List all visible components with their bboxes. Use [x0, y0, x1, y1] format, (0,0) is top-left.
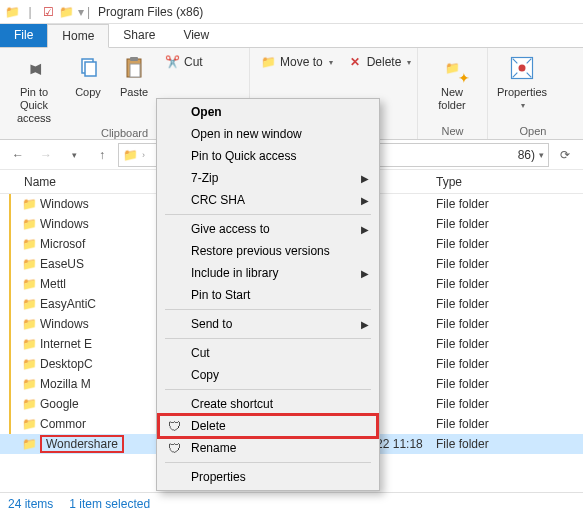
folder-icon: 📁 — [20, 437, 38, 451]
ctx-create-shortcut[interactable]: Create shortcut — [159, 393, 377, 415]
checkbox-icon[interactable]: ☑ — [40, 4, 56, 20]
ctx-7zip[interactable]: 7-Zip▶ — [159, 167, 377, 189]
svg-rect-3 — [130, 57, 138, 61]
separator — [165, 214, 371, 215]
separator — [165, 338, 371, 339]
forward-button[interactable]: → — [34, 143, 58, 167]
ctx-crc-sha[interactable]: CRC SHA▶ — [159, 189, 377, 211]
chevron-right-icon: ▶ — [361, 268, 369, 279]
folder-icon: 📁 — [20, 277, 38, 291]
copy-button[interactable]: Copy — [68, 52, 108, 99]
file-type: File folder — [436, 417, 583, 431]
ctx-open-new-window[interactable]: Open in new window — [159, 123, 377, 145]
folder-icon: 📁 — [4, 4, 20, 20]
svg-point-6 — [519, 65, 526, 72]
folder-icon: 📁 — [20, 257, 38, 271]
properties-button[interactable]: Properties ▾ — [494, 52, 550, 110]
ctx-pin-start[interactable]: Pin to Start — [159, 284, 377, 306]
ctx-delete[interactable]: 🛡Delete — [159, 415, 377, 437]
folder-icon: 📁 — [20, 197, 38, 211]
folder-icon: 📁 — [20, 297, 38, 311]
pin-to-quick-access-button[interactable]: Pin to Quick access — [6, 52, 62, 125]
file-type: File folder — [436, 197, 583, 211]
back-button[interactable]: ← — [6, 143, 30, 167]
caret-icon: ▾ — [329, 58, 333, 67]
folder-icon: 📁 — [20, 357, 38, 371]
separator — [165, 309, 371, 310]
tab-share[interactable]: Share — [109, 24, 169, 47]
folder-icon: 📁 — [20, 417, 38, 431]
folder-icon: 📁 — [20, 397, 38, 411]
ctx-copy[interactable]: Copy — [159, 364, 377, 386]
folder-icon: 📁 — [20, 377, 38, 391]
new-folder-icon: 📁✦ — [436, 52, 468, 84]
chevron-down-icon[interactable]: ▾ — [539, 150, 544, 160]
chevron-right-icon: ▶ — [361, 319, 369, 330]
window-title: Program Files (x86) — [98, 5, 203, 19]
qat-separator: ▾ | — [76, 4, 92, 20]
selected-count: 1 item selected — [69, 497, 150, 511]
cut-icon: ✂️ — [164, 54, 180, 70]
file-type: File folder — [436, 217, 583, 231]
ctx-cut[interactable]: Cut — [159, 342, 377, 364]
tab-view[interactable]: View — [169, 24, 223, 47]
qat-divider: | — [22, 4, 38, 20]
file-type: File folder — [436, 317, 583, 331]
ctx-pin-quick-access[interactable]: Pin to Quick access — [159, 145, 377, 167]
folder-icon-2: 📁 — [58, 4, 74, 20]
chevron-right-icon: ▶ — [361, 195, 369, 206]
group-label: New — [424, 123, 481, 139]
ribbon-tabs: File Home Share View — [0, 24, 583, 48]
delete-button[interactable]: ✕Delete▾ — [343, 52, 416, 72]
caret-icon: ▾ — [521, 101, 525, 110]
folder-icon: 📁 — [20, 237, 38, 251]
pin-icon — [18, 52, 50, 84]
item-count: 24 items — [8, 497, 53, 511]
ctx-send-to[interactable]: Send to▶ — [159, 313, 377, 335]
col-type[interactable]: Type — [436, 175, 583, 189]
delete-x-icon: ✕ — [347, 54, 363, 70]
shield-icon: 🛡 — [165, 441, 183, 456]
recent-button[interactable]: ▾ — [62, 143, 86, 167]
context-menu: Open Open in new window Pin to Quick acc… — [156, 98, 380, 491]
properties-icon — [506, 52, 538, 84]
refresh-button[interactable]: ⟳ — [553, 143, 577, 167]
file-type: File folder — [436, 257, 583, 271]
file-type: File folder — [436, 337, 583, 351]
paste-icon — [118, 52, 150, 84]
folder-icon: 📁 — [20, 337, 38, 351]
separator — [165, 462, 371, 463]
svg-rect-1 — [85, 62, 96, 76]
folder-icon: 📁 — [20, 217, 38, 231]
file-type: File folder — [436, 277, 583, 291]
ctx-rename[interactable]: 🛡Rename — [159, 437, 377, 459]
caret-icon: ▾ — [407, 58, 411, 67]
up-button[interactable]: ↑ — [90, 143, 114, 167]
tab-file[interactable]: File — [0, 24, 47, 47]
chevron-right-icon: ▶ — [361, 173, 369, 184]
tab-home[interactable]: Home — [47, 24, 109, 48]
ctx-properties[interactable]: Properties — [159, 466, 377, 488]
chevron-right-icon: ▶ — [361, 224, 369, 235]
file-type: File folder — [436, 297, 583, 311]
group-label: Open — [494, 123, 572, 139]
folder-icon: 📁 — [123, 148, 138, 162]
title-bar: 📁 | ☑ 📁 ▾ | Program Files (x86) — [0, 0, 583, 24]
folder-icon: 📁 — [20, 317, 38, 331]
separator — [165, 389, 371, 390]
new-folder-button[interactable]: 📁✦ New folder — [424, 52, 480, 112]
move-to-button[interactable]: 📁Move to▾ — [256, 52, 337, 72]
cut-button[interactable]: ✂️Cut — [160, 52, 207, 72]
ctx-open[interactable]: Open — [159, 101, 377, 123]
ctx-restore-versions[interactable]: Restore previous versions — [159, 240, 377, 262]
status-bar: 24 items 1 item selected — [0, 492, 583, 514]
file-type: File folder — [436, 437, 583, 451]
paste-button[interactable]: Paste — [114, 52, 154, 99]
file-type: File folder — [436, 377, 583, 391]
ctx-include-library[interactable]: Include in library▶ — [159, 262, 377, 284]
file-type: File folder — [436, 237, 583, 251]
move-icon: 📁 — [260, 54, 276, 70]
copy-icon — [72, 52, 104, 84]
shield-icon: 🛡 — [165, 419, 183, 434]
ctx-give-access-to[interactable]: Give access to▶ — [159, 218, 377, 240]
